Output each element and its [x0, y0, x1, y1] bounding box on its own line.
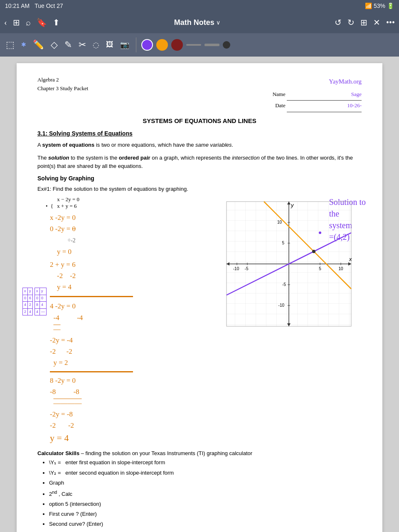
status-left: 10:21 AM Tue Oct 27 — [5, 2, 63, 9]
color-dark-red[interactable] — [171, 39, 183, 51]
grid-icon[interactable]: ⊞ — [13, 17, 20, 27]
line-weight-thick[interactable] — [204, 44, 219, 46]
calculator-section: Calculator Skills – finding the solution… — [37, 450, 362, 532]
bluetooth-icon[interactable]: ✱ — [20, 39, 28, 50]
svg-text:10: 10 — [338, 266, 343, 271]
svg-text:5: 5 — [282, 241, 284, 245]
svg-text:x: x — [349, 256, 352, 262]
date-label: Date — [275, 102, 286, 108]
scissors-tool[interactable]: ✂ — [77, 38, 88, 52]
battery-icon: 🔋 — [387, 2, 394, 9]
battery: 53% — [374, 2, 385, 9]
handwritten-work: x -2y = 0 0 -2y = 0 ÷-2 y = 0 2 + y = 6 … — [37, 212, 218, 443]
image-tool[interactable]: 🖼 — [104, 39, 115, 51]
eq1: x − 2y = 0 — [57, 196, 79, 203]
redo-button[interactable]: ↻ — [347, 17, 355, 27]
date-value: 10-26- — [287, 101, 362, 112]
graph-area: Solution tothesystem=(4,2) — [224, 196, 362, 443]
svg-text:-5: -5 — [282, 282, 286, 287]
work-final: y = 4 — [50, 433, 218, 443]
calc-item-1: \Y₁ = enter first equation in slope-inte… — [49, 458, 362, 467]
close-button[interactable]: ✕ — [373, 17, 380, 27]
add-page-button[interactable]: ⊞ — [360, 17, 367, 27]
nav-left: ‹ ⊞ ⌕ 🔖 ⬆ — [4, 17, 60, 27]
camera-tool[interactable]: 📷 — [118, 39, 131, 51]
equations: • { x − 2y = 0 x + y = 6 — [37, 196, 218, 209]
watermark: YayMath.org — [273, 76, 362, 88]
back-button[interactable]: ‹ — [4, 18, 7, 27]
calculator-title: Calculator Skills – finding the solution… — [37, 450, 362, 456]
name-label: Name — [273, 91, 286, 97]
example-area: Ex#1: Find the solution to the system of… — [37, 185, 362, 443]
work-orange-4: 8 -2y = 0 -8 -8 ———— -2y = -8 -2 -2 — [50, 375, 218, 431]
packet-name: Chapter 3 Study Packet — [37, 84, 88, 93]
day: Tue Oct 27 — [34, 2, 63, 9]
example-text: Ex#1: Find the solution to the system of… — [37, 185, 362, 194]
calc-item-8: Guess? (Enter) — [49, 530, 362, 532]
svg-text:-10: -10 — [233, 266, 239, 271]
undo-button[interactable]: ↺ — [335, 17, 342, 27]
subheading-graphing: Solving by Graphing — [37, 175, 362, 182]
title-chevron-icon[interactable]: ∨ — [216, 19, 220, 26]
svg-point-29 — [319, 232, 321, 234]
document-header: Algebra 2 Chapter 3 Study Packet YayMath… — [37, 76, 362, 112]
calc-item-6: First curve ? (Enter) — [49, 510, 362, 519]
nav-bar: ‹ ⊞ ⌕ 🔖 ⬆ Math Notes ∨ ↺ ↻ ⊞ ✕ ••• — [0, 12, 399, 33]
sidebar-tool[interactable]: ⬚ — [4, 38, 16, 52]
pencil-tool[interactable]: ✎ — [63, 38, 74, 52]
pen-tool[interactable]: ✏️ — [31, 38, 46, 52]
lasso-tool[interactable]: ◌ — [91, 39, 101, 51]
name-field: Name Sage — [273, 89, 362, 101]
page-title: Math Notes — [174, 18, 214, 27]
graph-container: x y -10 -5 5 10 10 5 -5 -10 — [224, 200, 362, 330]
svg-text:-5: -5 — [245, 266, 249, 271]
color-purple[interactable] — [141, 39, 153, 51]
svg-text:5: 5 — [319, 266, 321, 271]
calculator-list: \Y₁ = enter first equation in slope-inte… — [49, 458, 362, 532]
calc-item-4: 2nd , Calc — [49, 488, 362, 499]
page-wrapper: xy 06 42 24 xy 00 84 4— Algebra 2 Chapte… — [0, 57, 399, 532]
svg-point-28 — [312, 250, 315, 253]
date-field: Date 10-26- — [273, 101, 362, 112]
main-title: SYSTEMS OF EQUATIONS AND LINES — [37, 117, 362, 124]
handwritten-name: Sage — [351, 91, 362, 97]
equations-work: • { x − 2y = 0 x + y = 6 x -2y = 0 — [37, 196, 218, 443]
calc-item-7: Second curve? (Enter) — [49, 520, 362, 529]
header-left: Algebra 2 Chapter 3 Study Packet — [37, 76, 88, 93]
example-content: • { x − 2y = 0 x + y = 6 x -2y = 0 — [37, 196, 362, 443]
work-orange-3: 4 -2y = 0 -4 -4 — -2y = -4 -2 -2 y = 2 — [50, 300, 218, 368]
status-bar: 10:21 AM Tue Oct 27 📶 53% 🔋 — [0, 0, 399, 12]
share-icon[interactable]: ⬆ — [53, 17, 60, 27]
svg-text:10: 10 — [277, 220, 282, 224]
coordinate-graph: x y -10 -5 5 10 10 5 -5 -10 — [224, 200, 353, 328]
color-orange[interactable] — [156, 39, 168, 51]
handwritten-date: 10-26- — [347, 102, 362, 108]
para1: A system of equations is two or more equ… — [37, 141, 362, 150]
header-right: YayMath.org Name Sage Date 10-26- — [273, 76, 362, 112]
document-page: xy 06 42 24 xy 00 84 4— Algebra 2 Chapte… — [17, 63, 382, 532]
eq2: x + y = 6 — [57, 203, 79, 209]
more-button[interactable]: ••• — [386, 18, 395, 27]
search-icon[interactable]: ⌕ — [26, 18, 31, 27]
calc-item-2: \Y₂ = enter second equation in slope-int… — [49, 468, 362, 478]
work-orange-2: 2 + y = 6 -2 -2 y = 4 — [50, 259, 218, 293]
nav-center: Math Notes ∨ — [174, 18, 220, 27]
course-name: Algebra 2 — [37, 76, 88, 84]
toolbar: ⬚ ✱ ✏️ ◇ ✎ ✂ ◌ 🖼 📷 — [0, 33, 399, 57]
color-black[interactable] — [223, 41, 230, 49]
toolbar-divider — [136, 37, 136, 52]
nav-right: ↺ ↻ ⊞ ✕ ••• — [335, 17, 395, 27]
work-orange-1: x -2y = 0 0 -2y = 0 ÷-2 y = 0 — [50, 212, 218, 257]
wifi-icon: 📶 — [365, 2, 372, 9]
para2: The solution to the system is the ordere… — [37, 154, 362, 171]
line-weight-thin[interactable] — [186, 44, 201, 46]
calc-item-5: option 5 (intersection) — [49, 500, 362, 509]
name-value: Sage — [287, 89, 362, 101]
section-title: 3.1: Solving Systems of Equations — [37, 130, 362, 137]
eraser-tool[interactable]: ◇ — [49, 38, 59, 52]
bookmark-icon[interactable]: 🔖 — [37, 17, 47, 27]
calc-item-3: Graph — [49, 478, 362, 488]
status-right: 📶 53% 🔋 — [365, 2, 394, 9]
work-divider2 — [50, 371, 133, 372]
work-steps: x -2y = 0 0 -2y = 0 ÷-2 y = 0 2 + y = 6 … — [50, 212, 218, 443]
